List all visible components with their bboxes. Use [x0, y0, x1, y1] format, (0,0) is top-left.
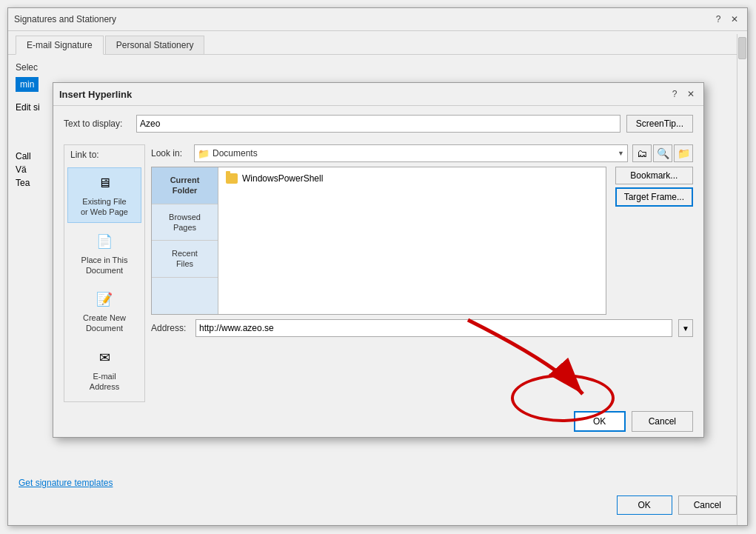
- create-new-icon: 📝: [94, 289, 115, 310]
- sub-nav-recent-files[interactable]: RecentFiles: [152, 241, 218, 278]
- tab-email-signature[interactable]: E-mail Signature: [16, 36, 104, 55]
- existing-file-icon: 🖥: [94, 173, 115, 193]
- outer-cancel-button[interactable]: Cancel: [678, 495, 737, 515]
- toolbar-new-folder-btn[interactable]: 📁: [674, 144, 693, 162]
- toolbar-icons: 🗂 🔍 📁: [632, 144, 693, 162]
- text-to-display-row: Text to display: ScreenTip...: [64, 115, 693, 133]
- edit-section-label: Edit si: [16, 102, 40, 147]
- place-in-doc-icon: 📄: [94, 231, 115, 252]
- bookmark-button[interactable]: Bookmark...: [615, 167, 693, 184]
- inner-dialog-content: Text to display: ScreenTip...: [53, 106, 703, 141]
- inner-titlebar: Insert Hyperlink ? ✕: [53, 83, 703, 106]
- address-label: Address:: [151, 323, 190, 333]
- target-frame-button[interactable]: Target Frame...: [615, 187, 693, 207]
- outer-tab-bar: E-mail Signature Personal Stationery: [8, 31, 747, 55]
- link-to-panel: Link to: 🖥 Existing Fileor Web Page 📄 Pl…: [64, 144, 145, 402]
- outer-title-controls: ? ✕: [712, 13, 741, 26]
- outer-dialog-title: Signatures and Stationery: [14, 14, 116, 24]
- address-dropdown-arrow: ▼: [682, 324, 689, 333]
- dialog-body: Link to: 🖥 Existing Fileor Web Page 📄 Pl…: [53, 141, 703, 405]
- text-to-display-input[interactable]: [136, 115, 620, 133]
- outer-bottom-buttons: OK Cancel: [617, 495, 737, 515]
- look-in-select[interactable]: 📁 Documents ▼: [194, 144, 628, 162]
- link-item-existing-file[interactable]: 🖥 Existing Fileor Web Page: [67, 167, 141, 223]
- middle-area: CurrentFolder BrowsedPages RecentFiles W…: [151, 167, 606, 315]
- link-item-create-new[interactable]: 📝 Create NewDocument: [67, 284, 141, 339]
- scrollbar-thumb: [738, 37, 746, 59]
- sub-nav-browsed-pages[interactable]: BrowsedPages: [152, 204, 218, 241]
- inner-ok-button[interactable]: OK: [574, 411, 626, 432]
- sub-nav-current-folder[interactable]: CurrentFolder: [152, 167, 218, 204]
- right-panel: Look in: 📁 Documents ▼ 🗂 🔍 📁: [145, 144, 693, 402]
- get-signature-templates-link[interactable]: Get signature templates: [19, 478, 113, 488]
- middle-area-container: CurrentFolder BrowsedPages RecentFiles W…: [151, 167, 693, 315]
- screentip-button[interactable]: ScreenTip...: [626, 115, 693, 133]
- look-in-label: Look in:: [151, 148, 190, 158]
- sub-nav-panel: CurrentFolder BrowsedPages RecentFiles: [152, 167, 218, 314]
- folder-small-icon: 📁: [198, 148, 210, 159]
- link-item-place-in-doc[interactable]: 📄 Place in ThisDocument: [67, 226, 141, 281]
- file-list: WindowsPowerShell: [218, 167, 606, 314]
- selected-signature-item[interactable]: min: [16, 77, 39, 92]
- address-dropdown-btn[interactable]: ▼: [678, 319, 693, 337]
- folder-icon: [226, 173, 238, 184]
- text-to-display-label: Text to display:: [64, 119, 130, 129]
- outer-close-button[interactable]: ✕: [728, 13, 741, 26]
- insert-hyperlink-dialog: Insert Hyperlink ? ✕ Text to display: Sc…: [53, 82, 704, 438]
- action-buttons: Bookmark... Target Frame...: [611, 167, 693, 315]
- look-in-dropdown-arrow: ▼: [618, 150, 624, 157]
- link-to-label: Link to:: [67, 150, 99, 160]
- address-row: Address: ▼: [151, 319, 693, 337]
- inner-dialog-title: Insert Hyperlink: [59, 89, 132, 100]
- toolbar-search-btn[interactable]: 🔍: [653, 144, 672, 162]
- email-address-icon: ✉: [94, 347, 115, 368]
- tab-personal-stationery[interactable]: Personal Stationery: [105, 36, 205, 54]
- link-item-email-address[interactable]: ✉ E-mailAddress: [67, 342, 141, 398]
- inner-cancel-button[interactable]: Cancel: [632, 411, 693, 432]
- outer-ok-button[interactable]: OK: [617, 495, 672, 515]
- look-in-row: Look in: 📁 Documents ▼ 🗂 🔍 📁: [151, 144, 693, 162]
- file-name: WindowsPowerShell: [242, 173, 323, 184]
- outer-titlebar: Signatures and Stationery ? ✕: [8, 8, 747, 31]
- inner-title-controls: ? ✕: [668, 87, 698, 101]
- inner-close-button[interactable]: ✕: [684, 87, 698, 101]
- list-item[interactable]: WindowsPowerShell: [223, 172, 601, 185]
- address-input[interactable]: [195, 319, 672, 337]
- outer-help-button[interactable]: ?: [712, 13, 725, 26]
- toolbar-folder-btn[interactable]: 🗂: [632, 144, 652, 162]
- signatures-stationery-dialog: Signatures and Stationery ? ✕ E-mail Sig…: [7, 7, 748, 526]
- outer-scrollbar[interactable]: [737, 34, 747, 525]
- inner-help-button[interactable]: ?: [668, 87, 681, 101]
- select-section-label: Selec: [16, 62, 740, 73]
- inner-bottom-buttons: OK Cancel: [53, 405, 703, 438]
